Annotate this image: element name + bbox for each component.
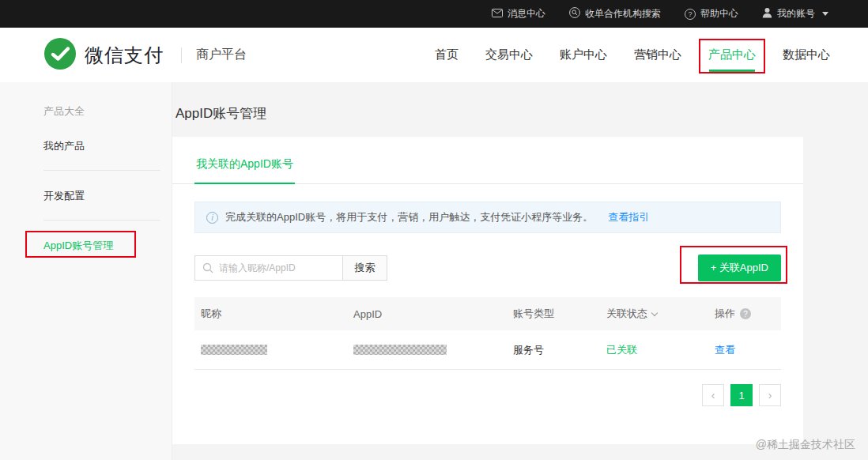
sidebar: 产品大全 我的产品 开发配置 AppID账号管理	[0, 82, 172, 460]
message-icon	[492, 9, 503, 20]
info-banner: i 完成关联的AppID账号，将用于支付，营销，用户触达，支付凭证小程序等业务。…	[194, 202, 781, 233]
info-banner-text: 完成关联的AppID账号，将用于支付，营销，用户触达，支付凭证小程序等业务。	[225, 210, 593, 224]
pagination: ‹ 1 ›	[194, 384, 781, 406]
table-row: 服务号 已关联 查看	[194, 330, 781, 370]
link-appid-button[interactable]: + 关联AppID	[698, 255, 781, 281]
pagination-page-1[interactable]: 1	[730, 384, 753, 406]
account-icon	[762, 7, 772, 21]
table-header-row: 昵称 AppID 账号类型 关联状态 操作 ?	[194, 297, 781, 330]
sidebar-item-product-catalog[interactable]: 产品大全	[43, 105, 172, 118]
redacted-nickname	[201, 345, 267, 355]
page-layout: 产品大全 我的产品 开发配置 AppID账号管理 AppID账号管理 我关联的A…	[0, 82, 868, 460]
cell-action: 查看	[708, 343, 781, 357]
page-title: AppID账号管理	[175, 104, 868, 123]
topbar-message-center[interactable]: 消息中心	[492, 7, 545, 21]
topbar-message-label: 消息中心	[508, 7, 545, 21]
nav-item-transaction-center[interactable]: 交易中心	[485, 28, 533, 82]
help-icon: ?	[685, 9, 696, 20]
header-link-status[interactable]: 关联状态	[600, 307, 708, 321]
action-help-icon[interactable]: ?	[740, 308, 751, 319]
nav-item-data-center[interactable]: 数据中心	[783, 28, 830, 82]
nav-item-home[interactable]: 首页	[435, 28, 459, 82]
platform-title: 商户平台	[196, 47, 247, 63]
header: 微信支付 商户平台 首页 交易中心 账户中心 营销中心 产品中心 数据中心	[0, 28, 868, 82]
topbar-my-account[interactable]: 我的账号	[762, 7, 828, 21]
sidebar-divider	[43, 170, 160, 171]
chevron-down-icon	[822, 12, 828, 16]
sidebar-item-my-products[interactable]: 我的产品	[43, 140, 172, 153]
redacted-appid	[353, 345, 447, 355]
topbar-org-search[interactable]: 收单合作机构搜索	[569, 7, 661, 21]
cell-account-type: 服务号	[507, 343, 600, 357]
brand-link[interactable]: 微信支付	[43, 37, 164, 74]
header-account-type: 账号类型	[507, 307, 600, 321]
main-nav: 首页 交易中心 账户中心 营销中心 产品中心 数据中心	[435, 28, 830, 82]
header-link-status-label: 关联状态	[606, 307, 647, 321]
search-input[interactable]	[194, 255, 343, 281]
header-action-label: 操作	[715, 307, 735, 321]
nav-item-marketing-center[interactable]: 营销中心	[634, 28, 681, 82]
toolbar: 搜索 + 关联AppID	[194, 255, 781, 281]
topbar-help-label: 帮助中心	[700, 7, 738, 21]
status-badge: 已关联	[606, 343, 637, 357]
topbar: 消息中心 收单合作机构搜索 ? 帮助中心 我的账号	[0, 0, 868, 28]
nav-item-product-center[interactable]: 产品中心	[708, 28, 756, 82]
org-search-icon	[569, 7, 580, 21]
filter-chevron-icon	[651, 309, 658, 315]
header-appid: AppID	[347, 308, 507, 320]
cell-appid	[347, 345, 507, 355]
tab-bar: 我关联的AppID账号	[172, 137, 803, 184]
pagination-next-button[interactable]: ›	[759, 384, 781, 406]
tab-my-linked-appids[interactable]: 我关联的AppID账号	[194, 137, 295, 184]
view-link[interactable]: 查看	[715, 343, 735, 357]
header-nickname: 昵称	[194, 307, 347, 321]
content-card: 我关联的AppID账号 i 完成关联的AppID账号，将用于支付，营销，用户触达…	[172, 137, 803, 444]
header-divider	[181, 47, 182, 63]
info-icon: i	[206, 212, 218, 224]
view-guide-link[interactable]: 查看指引	[608, 210, 649, 224]
search-button[interactable]: 搜索	[343, 255, 387, 281]
sidebar-divider	[43, 220, 160, 221]
pagination-prev-button[interactable]: ‹	[702, 384, 724, 406]
wechat-pay-logo-icon	[43, 37, 77, 74]
nav-item-account-center[interactable]: 账户中心	[560, 28, 607, 82]
sidebar-item-dev-config[interactable]: 开发配置	[43, 190, 172, 202]
cell-link-status: 已关联	[600, 343, 708, 357]
header-action: 操作 ?	[708, 307, 781, 321]
main-content: AppID账号管理 我关联的AppID账号 i 完成关联的AppID账号，将用于…	[172, 82, 868, 460]
topbar-help-center[interactable]: ? 帮助中心	[685, 7, 738, 21]
brand-title: 微信支付	[85, 43, 164, 68]
appid-table: 昵称 AppID 账号类型 关联状态 操作 ? 服务号	[194, 297, 781, 370]
watermark: @稀土掘金技术社区	[756, 438, 855, 452]
cell-nickname	[194, 345, 347, 355]
topbar-org-search-label: 收单合作机构搜索	[585, 7, 661, 21]
sidebar-item-appid-management[interactable]: AppID账号管理	[43, 239, 172, 252]
search-box: 搜索	[194, 255, 387, 281]
topbar-account-label: 我的账号	[777, 7, 815, 21]
